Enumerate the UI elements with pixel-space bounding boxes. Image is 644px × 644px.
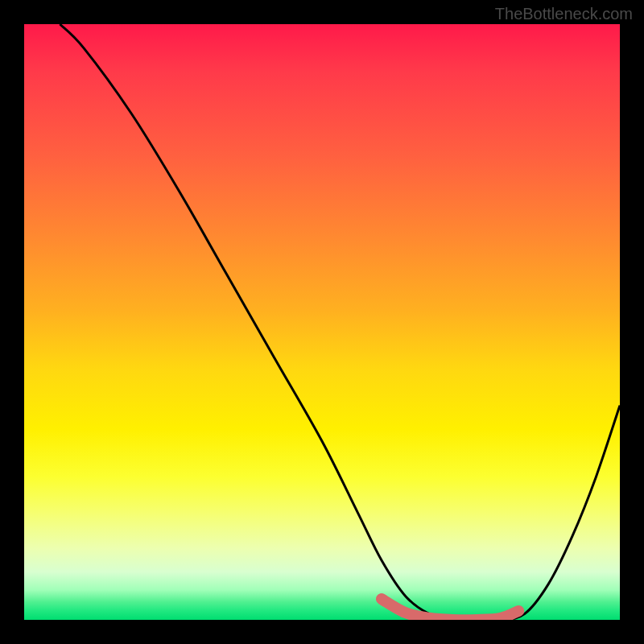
watermark-text: TheBottleneck.com (495, 5, 633, 23)
chart-svg (24, 24, 620, 620)
bottleneck-curve-path (60, 24, 620, 620)
chart-plot-area (24, 24, 620, 620)
optimal-range-marker-path (382, 599, 518, 620)
optimal-range-marker-dot (377, 594, 386, 604)
